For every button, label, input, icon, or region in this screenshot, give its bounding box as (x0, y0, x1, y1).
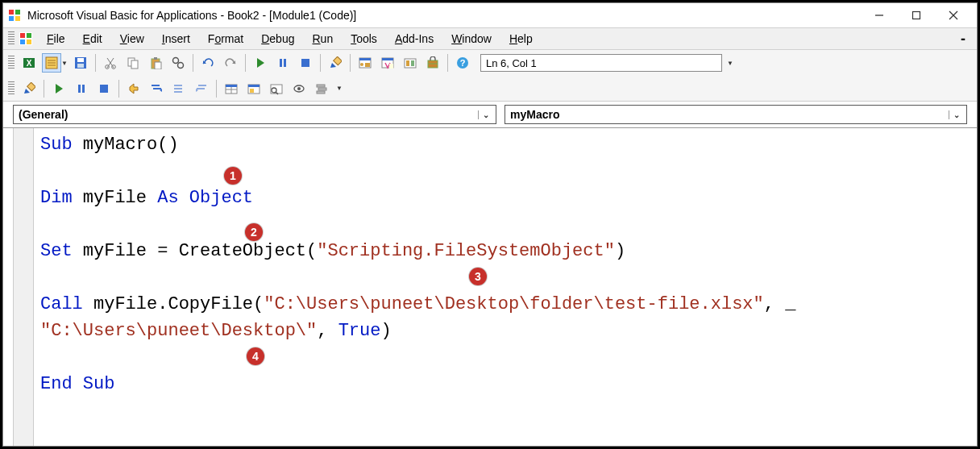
svg-rect-47 (411, 60, 414, 66)
quick-watch-icon[interactable] (289, 79, 309, 98)
redo-icon[interactable] (221, 53, 240, 73)
object-combo-value: (General) (19, 108, 68, 121)
svg-rect-68 (248, 85, 260, 87)
undo-icon[interactable] (198, 53, 218, 73)
find-icon[interactable] (168, 53, 188, 73)
callout-4: 4 (247, 347, 264, 365)
step-over-icon[interactable] (169, 79, 189, 98)
maximize-button[interactable] (898, 3, 935, 27)
toolbar-overflow-icon[interactable]: ▼ (334, 83, 344, 94)
margin-indicator-bar (13, 128, 34, 446)
cut-icon[interactable] (101, 53, 120, 73)
menu-view[interactable]: View (112, 31, 152, 47)
cursor-position-box: Ln 6, Col 1 (480, 54, 722, 72)
close-button[interactable] (935, 3, 972, 27)
step-out-icon[interactable] (192, 79, 211, 98)
callout-2: 2 (245, 223, 263, 241)
svg-rect-53 (78, 85, 81, 93)
svg-rect-3 (9, 16, 14, 21)
svg-rect-6 (913, 12, 920, 19)
svg-rect-35 (284, 59, 286, 67)
svg-rect-69 (250, 89, 254, 93)
object-combo[interactable]: (General) ⌄ (13, 105, 496, 124)
object-browser-icon[interactable] (401, 53, 420, 73)
svg-rect-58 (174, 85, 182, 86)
menu-format[interactable]: Format (200, 31, 251, 47)
locals-window-icon[interactable] (222, 79, 241, 98)
insert-module-icon[interactable] (42, 53, 61, 73)
toggle-breakpoint-icon[interactable] (124, 79, 143, 98)
toolbar-handle[interactable] (8, 56, 15, 70)
properties-window-icon[interactable] (378, 53, 397, 73)
toolbox-icon[interactable] (423, 53, 442, 73)
menu-tools[interactable]: Tools (343, 31, 385, 47)
app-icon (8, 9, 21, 22)
menu-help[interactable]: Help (501, 31, 541, 47)
svg-rect-28 (131, 60, 138, 69)
menu-edit[interactable]: Edit (75, 31, 110, 47)
svg-rect-64 (226, 85, 237, 87)
menu-run[interactable]: Run (304, 31, 341, 47)
design-mode-icon[interactable] (19, 79, 39, 98)
svg-point-40 (360, 63, 363, 66)
dropdown-arrow-icon: ⌄ (478, 110, 492, 119)
paste-icon[interactable] (146, 53, 165, 73)
svg-rect-12 (20, 39, 25, 44)
app-small-icon (19, 32, 32, 45)
svg-rect-11 (27, 33, 31, 38)
svg-rect-2 (15, 10, 20, 15)
reset-icon[interactable] (94, 79, 114, 98)
menu-addins[interactable]: Add-Ins (387, 31, 442, 47)
combo-row: (General) ⌄ myMacro ⌄ (3, 102, 977, 127)
titlebar: Microsoft Visual Basic for Applications … (3, 3, 977, 27)
view-excel-icon[interactable]: X (19, 53, 39, 73)
svg-text:?: ? (460, 58, 466, 68)
break-icon[interactable] (72, 79, 91, 98)
svg-rect-46 (406, 60, 409, 66)
svg-rect-41 (365, 63, 370, 67)
toolbar-overflow-icon[interactable]: ▼ (725, 58, 735, 69)
toolbar-handle[interactable] (8, 31, 15, 46)
run-icon[interactable] (49, 79, 69, 98)
svg-rect-76 (318, 88, 326, 90)
cursor-position-text: Ln 6, Col 1 (486, 57, 537, 69)
dropdown-arrow-icon: ⌄ (949, 110, 963, 119)
watch-window-icon[interactable] (267, 79, 286, 98)
svg-point-33 (177, 63, 183, 69)
copy-icon[interactable] (123, 53, 143, 73)
call-stack-icon[interactable] (312, 79, 331, 98)
standard-toolbar: X ▼ ? Ln 6, Col 1 ▼ (3, 50, 977, 76)
svg-rect-10 (20, 33, 25, 38)
minimize-button[interactable] (861, 3, 898, 27)
svg-rect-37 (334, 56, 342, 65)
svg-rect-4 (15, 16, 20, 21)
design-mode-icon[interactable] (326, 53, 345, 73)
svg-text:X: X (27, 59, 32, 68)
break-icon[interactable] (273, 53, 293, 73)
toolbar-handle[interactable] (8, 81, 15, 96)
svg-point-32 (172, 58, 178, 64)
project-explorer-icon[interactable] (355, 53, 375, 73)
svg-rect-34 (280, 59, 282, 67)
dropdown-arrow-icon[interactable]: ▼ (61, 60, 68, 67)
code-editor[interactable]: Sub myMacro() Dim myFile As Object Set m… (3, 127, 977, 446)
menu-insert[interactable]: Insert (154, 31, 198, 47)
svg-rect-60 (174, 91, 182, 93)
run-icon[interactable] (251, 53, 270, 73)
procedure-combo[interactable]: myMacro ⌄ (505, 105, 967, 124)
code-text[interactable]: Sub myMacro() Dim myFile As Object Set m… (40, 131, 795, 397)
help-icon[interactable]: ? (453, 53, 472, 73)
menu-debug[interactable]: Debug (253, 31, 302, 47)
menubar: File Edit View Insert Format Debug Run T… (3, 27, 977, 50)
window-title: Microsoft Visual Basic for Applications … (27, 9, 861, 22)
save-icon[interactable] (71, 53, 90, 73)
step-into-icon[interactable] (147, 79, 166, 98)
svg-rect-21 (77, 58, 84, 62)
reset-icon[interactable] (296, 53, 315, 73)
immediate-window-icon[interactable] (244, 79, 264, 98)
procedure-combo-value: myMacro (510, 108, 559, 121)
mdi-minimize-button[interactable]: - (954, 31, 972, 48)
menu-window[interactable]: Window (443, 31, 500, 47)
svg-rect-1 (9, 10, 14, 15)
menu-file[interactable]: File (39, 31, 73, 47)
